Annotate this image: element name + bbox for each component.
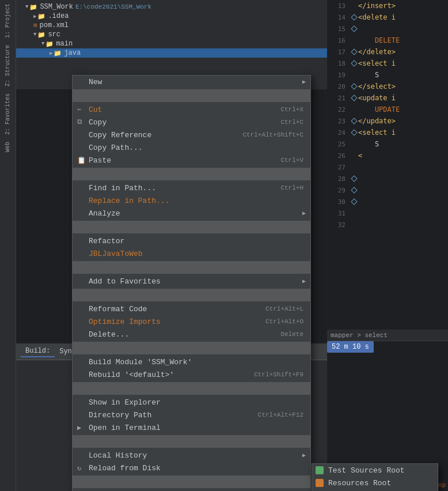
menu-item-reformat-shortcut: Ctrl+Alt+L <box>265 305 303 312</box>
breadcrumb: mapper > select <box>331 332 388 339</box>
menu-item-paste[interactable]: 📋 Paste Ctrl+V <box>73 154 310 167</box>
line-number: 19 <box>329 71 346 79</box>
menu-item-show-in-explorer[interactable]: Show in Explorer <box>73 396 310 409</box>
menu-separator-2 <box>73 168 310 180</box>
tree-item-label: .idea <box>48 12 69 20</box>
menu-item-find-in-path-label: Find in Path... <box>89 184 269 192</box>
tree-item-ssm-work[interactable]: ▼ 📁 SSM_Work E:\code2021\SSM_Work <box>16 2 327 12</box>
line-number: 13 <box>329 2 346 10</box>
menu-item-delete-shortcut: Delete <box>280 331 303 338</box>
tree-item-main[interactable]: ▼ 📁 main <box>16 39 327 48</box>
folder-icon: 📁 <box>29 3 37 11</box>
menu-item-copy[interactable]: ⧉ Copy Ctrl+C <box>73 116 310 129</box>
gutter <box>350 119 358 123</box>
menu-item-jbl[interactable]: JBLJavaToWeb <box>73 247 310 260</box>
tree-item-path: E:\code2021\SSM_Work <box>75 3 151 10</box>
menu-separator-6 <box>73 342 310 354</box>
sidebar-web[interactable]: Web <box>3 138 12 156</box>
tree-item-pom[interactable]: m pom.xml <box>16 21 327 30</box>
gutter <box>350 50 358 54</box>
menu-item-rebuild-shortcut: Ctrl+Shift+F9 <box>254 371 303 378</box>
gutter <box>350 27 358 31</box>
menu-item-new-label: New <box>89 78 292 86</box>
menu-item-open-in-terminal[interactable]: ▶ Open in Terminal <box>73 421 310 434</box>
menu-item-reformat[interactable]: Reformat Code Ctrl+Alt+L <box>73 303 310 315</box>
menu-item-analyze-label: Analyze <box>89 209 292 218</box>
resources-icon <box>316 479 324 487</box>
gutter <box>350 61 358 66</box>
menu-item-directory-path[interactable]: Directory Path Ctrl+Alt+F12 <box>73 409 310 421</box>
menu-item-copy-path[interactable]: Copy Path... <box>73 141 310 154</box>
code-content: <select i <box>358 129 396 137</box>
menu-item-copy-shortcut: Ctrl+C <box>280 119 303 126</box>
code-content: </update> <box>358 117 396 125</box>
code-line-24: 24 <select i <box>327 127 448 138</box>
menu-item-copy-reference-shortcut: Ctrl+Alt+Shift+C <box>242 131 303 138</box>
submenu-item-test-sources[interactable]: Test Sources Root <box>312 464 438 477</box>
tree-item-src[interactable]: ▼ 📁 src <box>16 30 327 39</box>
menu-item-replace-in-path-label: Replace in Path... <box>89 197 292 205</box>
code-line-30: 30 <box>327 196 448 207</box>
reload-icon: ↻ <box>77 464 81 473</box>
cut-icon: ✂ <box>77 105 81 114</box>
menu-item-cut[interactable]: ✂ Cut Ctrl+X <box>73 103 310 116</box>
code-line-16: 16 DELETE <box>327 35 448 46</box>
line-number: 30 <box>329 198 346 206</box>
menu-separator-4 <box>73 261 310 274</box>
menu-item-optimize[interactable]: Optimize Imports Ctrl+Alt+O <box>73 315 310 328</box>
timer-badge: 52 m 10 s <box>327 341 374 353</box>
menu-item-optimize-label: Optimize Imports <box>89 318 254 326</box>
sidebar-structure[interactable]: Z: Structure <box>3 41 12 90</box>
menu-item-copy-reference[interactable]: Copy Reference Ctrl+Alt+Shift+C <box>73 129 310 141</box>
tree-item-label: SSM_Work <box>40 3 73 11</box>
line-number: 22 <box>329 106 346 114</box>
menu-item-delete-label: Delete... <box>89 330 269 339</box>
menu-item-rebuild[interactable]: Rebuild '<default>' Ctrl+Shift+F9 <box>73 368 310 381</box>
menu-item-local-history-label: Local History <box>89 451 292 460</box>
sidebar-favorites[interactable]: 2: Favorites <box>3 90 12 138</box>
line-number: 15 <box>329 25 346 33</box>
menu-item-refactor[interactable]: Refactor <box>73 235 310 247</box>
line-number: 32 <box>329 221 346 229</box>
menu-item-local-history[interactable]: Local History <box>73 449 310 462</box>
menu-item-replace-in-path[interactable]: Replace in Path... <box>73 194 310 207</box>
menu-item-analyze[interactable]: Analyze <box>73 207 310 220</box>
code-line-29: 29 <box>327 184 448 196</box>
gutter <box>350 15 358 20</box>
sidebar-project[interactable]: 1: Project <box>3 0 12 41</box>
menu-item-cut-label: Cut <box>89 105 269 114</box>
code-editor: 13 </insert> 14 <delete i 15 16 DELETE 1… <box>327 0 448 330</box>
menu-item-build-module-label: Build Module 'SSM_Work' <box>89 358 292 367</box>
paste-icon: 📋 <box>77 156 86 165</box>
menu-item-add-to-favorites[interactable]: Add to Favorites <box>73 275 310 288</box>
code-line-15: 15 <box>327 23 448 35</box>
menu-item-build-module[interactable]: Build Module 'SSM_Work' <box>73 356 310 368</box>
code-content: DELETE <box>358 36 400 44</box>
menu-separator-8 <box>73 435 310 448</box>
code-content: </select> <box>358 82 396 90</box>
line-number: 14 <box>329 14 346 21</box>
code-content: S <box>358 71 379 79</box>
menu-item-reformat-label: Reformat Code <box>89 305 254 314</box>
tree-item-java[interactable]: ▶ 📁 java <box>16 48 327 58</box>
code-line-14: 14 <delete i <box>327 12 448 23</box>
code-content: </delete> <box>358 48 396 56</box>
tree-item-idea[interactable]: ▶ 📁 .idea <box>16 12 327 21</box>
submenu-item-resources[interactable]: Resources Root <box>312 477 438 489</box>
code-line-20: 20 </select> <box>327 81 448 92</box>
arrow-icon: ▶ <box>33 13 36 20</box>
menu-item-rebuild-label: Rebuild '<default>' <box>89 371 242 379</box>
menu-item-delete[interactable]: Delete... Delete <box>73 328 310 341</box>
menu-item-reload[interactable]: ↻ Reload from Disk <box>73 462 310 474</box>
menu-item-new[interactable]: New <box>73 75 310 88</box>
menu-item-find-in-path[interactable]: Find in Path... Ctrl+H <box>73 182 310 194</box>
build-tab[interactable]: Build: <box>21 346 55 357</box>
menu-item-copy-label: Copy <box>89 118 269 127</box>
menu-item-optimize-shortcut: Ctrl+Alt+O <box>265 318 303 325</box>
code-content: <update i <box>358 94 396 102</box>
menu-item-directory-path-shortcut: Ctrl+Alt+F12 <box>258 411 303 418</box>
menu-item-copy-reference-label: Copy Reference <box>89 131 231 139</box>
code-content: <select i <box>358 59 396 67</box>
submenu-mark-directory: Test Sources Root Resources Root Test Re… <box>312 463 438 491</box>
terminal-icon: ▶ <box>77 424 81 432</box>
